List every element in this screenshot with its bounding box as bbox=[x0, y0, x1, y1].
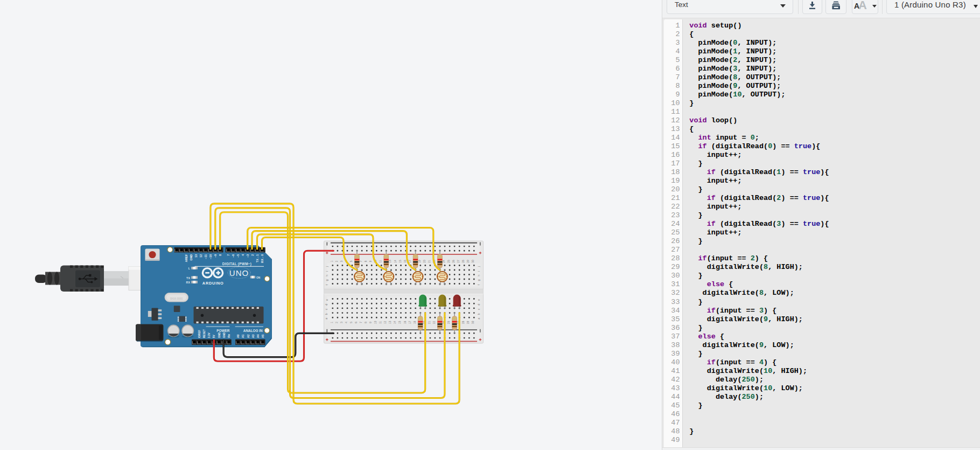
svg-text:A4: A4 bbox=[256, 334, 260, 338]
svg-text:19: 19 bbox=[418, 260, 421, 263]
svg-text:h: h bbox=[477, 275, 480, 276]
svg-text:e: e bbox=[325, 299, 328, 301]
svg-text:8: 8 bbox=[365, 260, 367, 262]
svg-text:24: 24 bbox=[443, 260, 445, 263]
svg-text:3: 3 bbox=[340, 260, 343, 262]
svg-text:RESET: RESET bbox=[203, 329, 206, 338]
svg-text:RX←0: RX←0 bbox=[261, 254, 264, 263]
svg-text:2: 2 bbox=[251, 254, 254, 256]
svg-text:ANALOG IN: ANALOG IN bbox=[243, 329, 263, 333]
svg-text:ON: ON bbox=[256, 276, 261, 279]
svg-text:AREF: AREF bbox=[185, 254, 188, 262]
svg-text:13: 13 bbox=[389, 260, 391, 263]
svg-text:16: 16 bbox=[404, 321, 407, 324]
svg-text:b: b bbox=[477, 313, 480, 315]
svg-text:9: 9 bbox=[369, 260, 372, 262]
svg-text:Vin: Vin bbox=[228, 334, 230, 338]
svg-text:UNO: UNO bbox=[229, 268, 249, 278]
svg-text:30: 30 bbox=[472, 260, 474, 263]
svg-text:15: 15 bbox=[399, 260, 402, 263]
svg-text:15: 15 bbox=[399, 321, 402, 324]
svg-text:12: 12 bbox=[199, 254, 202, 258]
svg-text:~9: ~9 bbox=[214, 254, 217, 258]
svg-text:7: 7 bbox=[360, 260, 362, 262]
svg-text:8: 8 bbox=[219, 254, 222, 256]
svg-text:A1: A1 bbox=[241, 334, 244, 338]
svg-text:4: 4 bbox=[345, 322, 348, 323]
svg-text:A0: A0 bbox=[236, 334, 240, 338]
svg-text:11: 11 bbox=[379, 321, 382, 323]
svg-text:d: d bbox=[325, 304, 328, 306]
svg-text:RX: RX bbox=[186, 281, 191, 284]
svg-text:3.3V: 3.3V bbox=[208, 333, 211, 338]
svg-text:9: 9 bbox=[369, 322, 372, 323]
svg-text:~11: ~11 bbox=[204, 254, 207, 259]
svg-text:8: 8 bbox=[365, 322, 367, 323]
svg-text:d: d bbox=[477, 304, 480, 306]
svg-text:h: h bbox=[325, 275, 328, 276]
svg-text:2: 2 bbox=[335, 260, 338, 262]
svg-text:GND: GND bbox=[190, 254, 193, 261]
svg-text:13: 13 bbox=[389, 321, 391, 324]
svg-text:10: 10 bbox=[374, 321, 377, 324]
svg-text:11: 11 bbox=[379, 260, 382, 262]
svg-text:25: 25 bbox=[447, 321, 450, 324]
svg-text:14: 14 bbox=[394, 260, 397, 263]
svg-text:6: 6 bbox=[355, 322, 358, 323]
svg-text:TX→1: TX→1 bbox=[256, 254, 259, 262]
svg-text:29: 29 bbox=[467, 260, 470, 263]
svg-text:30: 30 bbox=[472, 321, 474, 324]
svg-text:j: j bbox=[325, 266, 328, 267]
svg-text:5: 5 bbox=[350, 322, 353, 323]
svg-text:SN16.000G: SN16.000G bbox=[170, 297, 183, 300]
svg-text:17: 17 bbox=[409, 321, 411, 324]
svg-text:21: 21 bbox=[428, 260, 431, 263]
svg-text:16: 16 bbox=[404, 260, 407, 263]
svg-text:GND: GND bbox=[223, 332, 226, 338]
svg-text:A5: A5 bbox=[261, 334, 264, 338]
svg-text:7: 7 bbox=[227, 254, 230, 256]
svg-text:1: 1 bbox=[331, 260, 333, 262]
svg-text:POWER: POWER bbox=[216, 329, 230, 333]
svg-text:DIGITAL (PWM~): DIGITAL (PWM~) bbox=[222, 262, 252, 266]
svg-text:IOREF: IOREF bbox=[198, 330, 201, 338]
svg-text:g: g bbox=[477, 279, 480, 281]
svg-text:b: b bbox=[325, 313, 328, 315]
svg-text:~6: ~6 bbox=[232, 254, 235, 258]
svg-text:20: 20 bbox=[423, 260, 426, 263]
svg-text:7: 7 bbox=[360, 322, 362, 323]
svg-text:ARDUINO: ARDUINO bbox=[202, 281, 224, 286]
svg-text:g: g bbox=[325, 279, 328, 281]
svg-text:29: 29 bbox=[467, 321, 470, 324]
svg-text:5V: 5V bbox=[213, 335, 216, 338]
svg-text:18: 18 bbox=[414, 321, 416, 324]
svg-text:i: i bbox=[477, 271, 480, 271]
svg-text:3: 3 bbox=[340, 322, 343, 323]
svg-text:~3: ~3 bbox=[246, 254, 249, 258]
svg-text:28: 28 bbox=[462, 260, 465, 263]
svg-text:c: c bbox=[325, 308, 328, 310]
svg-text:27: 27 bbox=[457, 260, 460, 263]
svg-text:25: 25 bbox=[447, 260, 450, 263]
svg-text:i: i bbox=[325, 271, 328, 271]
svg-text:~5: ~5 bbox=[236, 254, 240, 258]
svg-text:e: e bbox=[477, 299, 480, 301]
svg-text:26: 26 bbox=[452, 260, 455, 263]
svg-text:5: 5 bbox=[350, 260, 353, 262]
svg-text:~10: ~10 bbox=[209, 254, 212, 259]
svg-text:14: 14 bbox=[394, 321, 397, 324]
svg-text:13: 13 bbox=[194, 254, 198, 258]
svg-text:28: 28 bbox=[462, 321, 465, 324]
svg-text:TX: TX bbox=[186, 276, 190, 280]
svg-text:2: 2 bbox=[335, 322, 338, 323]
svg-text:A3: A3 bbox=[251, 334, 255, 338]
svg-text:GND: GND bbox=[218, 332, 221, 338]
svg-text:12: 12 bbox=[384, 321, 387, 324]
svg-text:1: 1 bbox=[331, 322, 333, 323]
svg-text:A2: A2 bbox=[247, 334, 250, 338]
svg-text:4: 4 bbox=[241, 254, 244, 256]
svg-text:21: 21 bbox=[428, 321, 431, 324]
svg-text:c: c bbox=[477, 308, 480, 310]
svg-text:j: j bbox=[477, 266, 480, 267]
svg-text:22: 22 bbox=[433, 321, 436, 324]
